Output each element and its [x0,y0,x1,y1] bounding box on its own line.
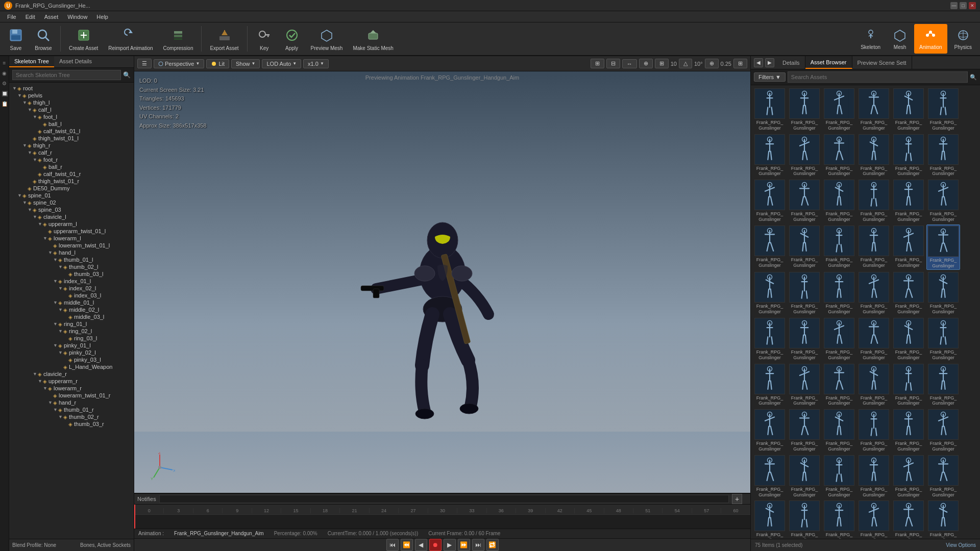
asset-item[interactable]: Frank_RPG_ Gunslinger [892,179,925,223]
tree-item[interactable]: ◈lowerarm_twist_01_l [9,242,134,249]
tree-item[interactable]: ◈calf_twist_01_l [9,128,134,135]
skeleton-mode-button[interactable]: Skeleton [855,24,886,54]
notifies-add-button[interactable]: + [732,494,742,504]
asset-item[interactable]: Frank_RPG_ Gunslinger [926,133,960,178]
tree-item[interactable]: ▼◈hand_l [9,249,134,256]
tree-item[interactable]: ◈thigh_twist_01_r [9,178,134,185]
asset-item[interactable]: Frank_RPG_ Gunslinger [892,499,925,539]
strip-icon-4[interactable]: 🔲 [0,89,9,98]
tree-item[interactable]: ◈DE50_Dummy [9,185,134,192]
back-arrow[interactable]: ◀ [754,58,763,67]
viewport-icon-5[interactable]: ⊞ [655,59,669,68]
asset-item[interactable]: Frank_RPG_ Gunslinger [788,224,821,270]
asset-item[interactable]: Frank_RPG_ Gunslinger [857,133,891,178]
strip-icon-5[interactable]: 📋 [0,99,9,108]
skip-to-start-button[interactable]: ⏮ [386,539,399,551]
asset-item[interactable]: Frank_RPG_ Gunslinger [753,179,787,223]
asset-item[interactable]: Frank_RPG_ Gunslinger [753,271,787,316]
tree-item[interactable]: ◈lowerarm_twist_01_r [9,392,134,399]
show-button[interactable]: Show ▼ [231,59,260,68]
tree-item[interactable]: ▼◈spine_02 [9,199,134,206]
tree-item[interactable]: ▼◈thumb_01_l [9,256,134,263]
play-reverse-button[interactable]: ◀ [415,539,427,551]
asset-item[interactable]: Frank_RPG_ Gunslinger [788,133,821,178]
next-frame-button[interactable]: ⏩ [458,539,470,551]
asset-details-tab[interactable]: Asset Details [54,56,97,67]
asset-item[interactable]: Frank_RPG_ Gunslinger [857,499,891,539]
asset-search-input[interactable] [788,71,968,83]
tree-item[interactable]: ◈index_03_l [9,292,134,299]
tree-item[interactable]: ◈ball_r [9,163,134,170]
key-button[interactable]: Key [252,24,277,54]
asset-item[interactable]: Frank_RPG_ Gunslinger [788,317,821,362]
animation-mode-button[interactable]: Animation [914,24,947,54]
asset-item[interactable]: Frank_RPG_ Gunslinger [822,224,856,270]
record-button[interactable]: ⏺ [429,539,442,551]
skip-to-end-button[interactable]: ⏭ [472,539,484,551]
tree-item[interactable]: ▼◈foot_r [9,156,134,163]
asset-item[interactable]: Frank_RPG_ Gunslinger [753,454,787,499]
lod-button[interactable]: LOD Auto ▼ [262,59,301,68]
filters-button[interactable]: Filters ▼ [754,72,786,82]
asset-item[interactable]: Frank_RPG_ Gunslinger [753,499,787,539]
asset-item[interactable]: Frank_RPG_ Gunslinger [926,408,960,453]
strip-icon-2[interactable]: ◉ [0,68,9,78]
tree-item[interactable]: ◈middle_03_l [9,313,134,320]
tree-item[interactable]: ▼◈hand_r [9,399,134,406]
tree-item[interactable]: ▼◈foot_l [9,113,134,120]
asset-item[interactable]: Frank_RPG_ Gunslinger [822,87,856,132]
tree-item[interactable]: ▼◈middle_01_l [9,299,134,306]
tree-item[interactable]: ▼◈spine_01 [9,192,134,199]
tree-item[interactable]: ▼◈thigh_l [9,99,134,106]
skeleton-search-input[interactable] [12,70,121,80]
tree-item[interactable]: ◈calf_twist_01_r [9,170,134,178]
menu-asset[interactable]: Asset [40,13,63,21]
browse-button[interactable]: Browse [31,24,56,54]
perspective-button[interactable]: Perspective ▼ [154,59,204,68]
asset-item[interactable]: Frank_RPG_ Gunslinger [892,317,925,362]
asset-browser-tab[interactable]: Asset Browser [805,56,852,69]
tree-item[interactable]: ▼◈thumb_02_l [9,263,134,270]
asset-item[interactable]: Frank_RPG_ Gunslinger [926,271,960,316]
viewport-icon-3[interactable]: ↔ [622,59,637,68]
viewport-icon-2[interactable]: ⊟ [606,59,620,68]
asset-item[interactable]: Frank_RPG_ Gunslinger [822,363,856,408]
preview-mesh-button[interactable]: Preview Mesh [307,24,347,54]
tree-item[interactable]: ▼◈pinky_01_l [9,342,134,349]
asset-item[interactable]: Frank_RPG_ Gunslinger [788,499,821,539]
asset-item[interactable]: Frank_RPG_ Gunslinger [857,271,891,316]
asset-item[interactable]: Frank_RPG_ Gunslinger [753,133,787,178]
tree-item[interactable]: ▼◈lowerarm_r [9,385,134,392]
tree-item[interactable]: ◈L_Hand_Weapon [9,363,134,370]
viewport-icon-1[interactable]: ⊞ [591,59,604,68]
close-button[interactable]: ✕ [969,2,976,9]
asset-item[interactable]: Frank_RPG_ Gunslinger [788,179,821,223]
lit-button[interactable]: Lit [206,59,229,68]
prev-frame-button[interactable]: ⏪ [401,539,413,551]
tree-item[interactable]: ▼◈thumb_01_r [9,406,134,413]
tree-item[interactable]: ▼◈calf_l [9,106,134,113]
asset-item[interactable]: Frank_RPG_ Gunslinger [753,408,787,453]
asset-item[interactable]: Frank_RPG_ Gunslinger [892,454,925,499]
create-asset-button[interactable]: Create Asset [65,24,102,54]
apply-button[interactable]: Apply [279,24,305,54]
notifies-timeline[interactable] [159,495,729,503]
save-button[interactable]: Save [3,24,29,54]
tree-item[interactable]: ▼◈calf_r [9,149,134,156]
tree-item[interactable]: ▼◈lowerarm_l [9,235,134,242]
menu-help[interactable]: Help [92,13,112,21]
tree-item[interactable]: ▼◈ring_02_l [9,328,134,335]
viewport-icon-7[interactable]: ⊕ [705,59,719,68]
asset-item[interactable]: Frank_RPG_ Gunslinger [788,271,821,316]
timeline-track[interactable] [134,515,750,529]
asset-item[interactable]: Frank_RPG_ Gunslinger [892,224,925,270]
tree-item[interactable]: ▼◈index_02_l [9,285,134,292]
details-tab[interactable]: Details [777,56,805,69]
tree-item[interactable]: ▼◈ring_01_l [9,320,134,328]
asset-item[interactable]: Frank_RPG_ Gunslinger [788,87,821,132]
tree-item[interactable]: ◈ball_l [9,120,134,128]
asset-item[interactable]: Frank_RPG_ Gunslinger [926,454,960,499]
asset-item[interactable]: Frank_RPG_ Gunslinger [857,454,891,499]
tree-item[interactable]: ▼◈pelvis [9,92,134,99]
tree-item[interactable]: ▼◈index_01_l [9,278,134,285]
